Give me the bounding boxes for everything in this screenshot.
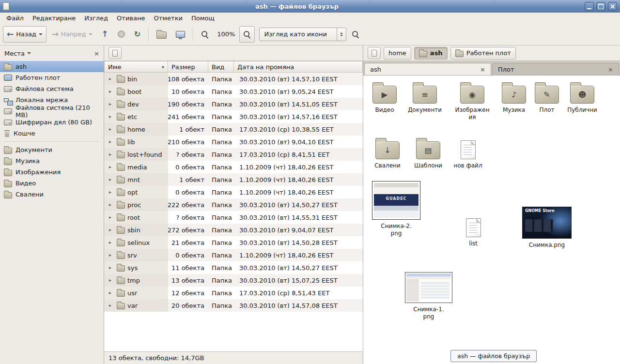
icon-view-item[interactable]: Снимка-1. png	[402, 272, 455, 320]
sidebar-item[interactable]: Изображения	[0, 167, 104, 178]
table-row[interactable]: bin 108 обекта Папка 30.03.2010 (вт) 14,…	[104, 73, 363, 85]
home-button[interactable]	[153, 26, 170, 43]
expander-icon[interactable]	[109, 114, 114, 119]
pathbar-button[interactable]: ash	[414, 47, 448, 60]
maximize-icon[interactable]	[596, 2, 605, 11]
icon-view-item[interactable]: ✎ Плот	[527, 81, 567, 114]
table-row[interactable]: home 1 обект Папка 17.03.2010 (ср) 10,38…	[104, 123, 363, 136]
expander-icon[interactable]	[109, 228, 114, 232]
location-button[interactable]	[108, 47, 122, 59]
table-row[interactable]: boot 10 обекта Папка 30.03.2010 (вт) 9,0…	[104, 85, 363, 98]
reload-button[interactable]	[130, 26, 144, 43]
sidebar-item[interactable]: Работен плот	[0, 72, 104, 83]
up-button[interactable]	[98, 26, 112, 43]
icon-view-item[interactable]: ☻ Публични	[562, 81, 603, 114]
zoom-in-button[interactable]	[239, 26, 255, 43]
column-header[interactable]: Име ▾	[104, 61, 168, 73]
sidebar-item[interactable]: Файлова система	[0, 83, 104, 94]
titlebar[interactable]: ash — файлов браузър	[0, 0, 620, 13]
icon-view-item[interactable]: ▤ Шаблони	[408, 137, 449, 169]
expander-icon[interactable]	[109, 165, 114, 169]
icon-view-item[interactable]: ↓ Свалени	[367, 137, 408, 169]
icon-view-item[interactable]: GNOME Store Снимка.png	[520, 207, 574, 249]
table-row[interactable]: var 20 обекта Папка 30.03.2010 (вт) 14,5…	[104, 299, 363, 312]
combo-spinner-icon[interactable]	[337, 28, 346, 41]
tab-close-icon[interactable]	[480, 66, 485, 73]
expander-icon[interactable]	[109, 139, 114, 144]
sidebar-item[interactable]: Документи	[0, 144, 104, 155]
table-row[interactable]: mnt 1 обект Папка 1.10.2009 (чт) 18,40,2…	[104, 173, 363, 186]
sidebar-item[interactable]: Свалени	[0, 189, 104, 200]
menu-item[interactable]: Редактиране	[28, 14, 80, 23]
expander-icon[interactable]	[109, 278, 114, 283]
pathbar-button[interactable]: Работен плот	[450, 47, 516, 60]
table-row[interactable]: etc 241 обекта Папка 30.03.2010 (вт) 14,…	[104, 110, 363, 123]
stop-button[interactable]	[114, 26, 129, 43]
menu-item[interactable]: Отметки	[149, 14, 186, 23]
icon-view-item[interactable]: ▶ Видео	[364, 81, 405, 114]
view-mode-select[interactable]: Изглед като икони	[259, 28, 346, 41]
tab-close-icon[interactable]	[608, 66, 613, 73]
column-header[interactable]: Вид	[208, 61, 234, 73]
tab[interactable]: Плот	[492, 63, 619, 75]
icon-view-item[interactable]: ≡ Документи	[404, 81, 445, 114]
menu-item[interactable]: Файл	[2, 14, 28, 23]
expander-icon[interactable]	[109, 76, 114, 81]
expander-icon[interactable]	[109, 177, 114, 182]
table-row[interactable]: selinux 21 обекта Папка 30.03.2010 (вт) …	[104, 236, 363, 249]
icon-view-item[interactable]: ◉ Изображен ия	[452, 81, 493, 121]
sidebar-item[interactable]: Кошче	[0, 128, 104, 139]
expander-icon[interactable]	[109, 190, 114, 195]
taskbar-window-button[interactable]: ash — файлов браузър	[450, 350, 537, 362]
back-dropdown-icon[interactable]	[39, 33, 43, 37]
table-row[interactable]: sbin 272 обекта Папка 30.03.2010 (вт) 9,…	[104, 224, 363, 236]
expander-icon[interactable]	[109, 127, 114, 132]
menu-item[interactable]: Изглед	[80, 14, 112, 23]
minimize-icon[interactable]	[585, 2, 594, 11]
expander-icon[interactable]	[109, 215, 114, 220]
column-header[interactable]: Дата на промяна	[234, 61, 363, 73]
sidebar-item[interactable]: Музика	[0, 155, 104, 167]
table-row[interactable]: tmp 13 обекта Папка 30.03.2010 (вт) 15,0…	[104, 274, 363, 287]
column-header[interactable]: Размер	[168, 61, 208, 73]
icon-view-item[interactable]: нов файл	[448, 137, 488, 169]
sidebar-close-icon[interactable]	[94, 50, 99, 57]
table-row[interactable]: opt 0 обекта Папка 1.10.2009 (чт) 18,40,…	[104, 186, 363, 198]
table-row[interactable]: lib 210 обекта Папка 30.03.2010 (вт) 9,0…	[104, 136, 363, 148]
sidebar-item[interactable]: Видео	[0, 178, 104, 189]
expander-icon[interactable]	[109, 240, 114, 245]
sidebar-item[interactable]: Шифриран дял (80 GB)	[0, 117, 104, 128]
expander-icon[interactable]	[109, 290, 114, 295]
table-row[interactable]: root ? обекта Папка 30.03.2010 (вт) 14,5…	[104, 211, 363, 224]
icon-view-item[interactable]: GUADEC Снимка-2. png	[370, 181, 423, 237]
expander-icon[interactable]	[109, 202, 114, 207]
expander-icon[interactable]	[109, 253, 114, 258]
zoom-out-button[interactable]	[197, 26, 213, 43]
table-row[interactable]: lost+found ? обекта Папка 17.03.2010 (ср…	[104, 148, 363, 161]
expander-icon[interactable]	[109, 152, 114, 157]
table-row[interactable]: media 0 обекта Папка 1.10.2009 (чт) 18,4…	[104, 161, 363, 173]
pathbar-button[interactable]: home	[384, 47, 411, 60]
expander-icon[interactable]	[109, 265, 114, 270]
menu-item[interactable]: Помощ	[187, 14, 219, 23]
sidebar-item[interactable]: Файлова система (210 MB)	[0, 106, 104, 117]
close-icon[interactable]	[608, 2, 617, 11]
table-row[interactable]: srv 0 обекта Папка 1.10.2009 (чт) 18,40,…	[104, 249, 363, 261]
back-button[interactable]: Назад	[3, 26, 46, 43]
places-dropdown-icon[interactable]	[27, 52, 31, 56]
table-row[interactable]: proc 222 обекта Папка 30.03.2010 (вт) 14…	[104, 198, 363, 211]
tab[interactable]: ash	[364, 63, 491, 75]
sidebar-item[interactable]: ash	[0, 61, 104, 72]
computer-button[interactable]	[172, 26, 189, 43]
icon-view-item[interactable]: list	[453, 215, 494, 247]
expander-icon[interactable]	[109, 89, 114, 94]
pathbar-root-button[interactable]	[368, 47, 381, 59]
expander-icon[interactable]	[109, 102, 114, 106]
table-row[interactable]: sys 11 обекта Папка 30.03.2010 (вт) 14,5…	[104, 261, 363, 274]
expander-icon[interactable]	[109, 303, 114, 308]
table-row[interactable]: dev 190 обекта Папка 30.03.2010 (вт) 14,…	[104, 98, 363, 110]
search-button[interactable]	[348, 26, 363, 43]
forward-button[interactable]: Напред	[48, 26, 96, 43]
menu-item[interactable]: Отиване	[112, 14, 149, 23]
table-row[interactable]: usr 12 обекта Папка 17.03.2010 (ср) 8,51…	[104, 287, 363, 299]
